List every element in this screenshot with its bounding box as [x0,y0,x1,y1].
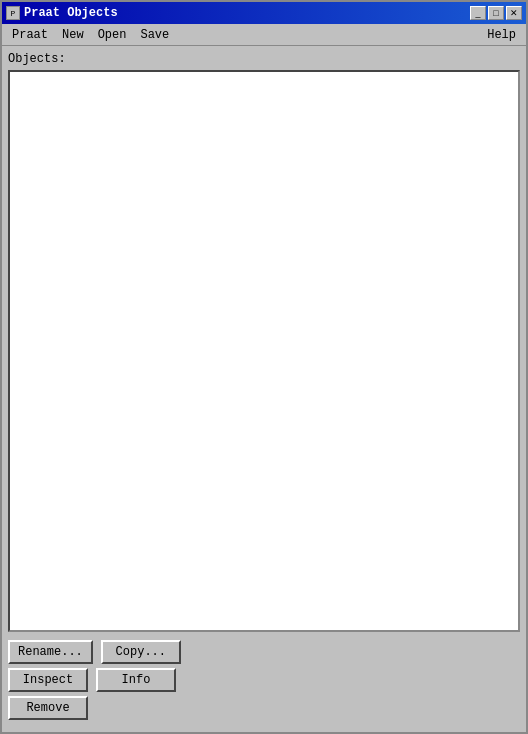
menu-praat[interactable]: Praat [6,26,54,44]
window-icon: P [6,6,20,20]
main-window: P Praat Objects _ □ ✕ Praat New Open Sav… [0,0,528,734]
info-button[interactable]: Info [96,668,176,692]
copy-button[interactable]: Copy... [101,640,181,664]
button-row-3: Remove [8,696,520,720]
maximize-button[interactable]: □ [488,6,504,20]
button-row-1: Rename... Copy... [8,640,520,664]
rename-button[interactable]: Rename... [8,640,93,664]
remove-button[interactable]: Remove [8,696,88,720]
minimize-button[interactable]: _ [470,6,486,20]
inspect-button[interactable]: Inspect [8,668,88,692]
menu-help[interactable]: Help [481,26,522,44]
menu-items: Praat New Open Save [6,26,175,44]
button-row-2: Inspect Info [8,668,520,692]
window-title: Praat Objects [24,6,118,20]
menu-new[interactable]: New [56,26,90,44]
menu-bar: Praat New Open Save Help [2,24,526,46]
objects-label: Objects: [8,52,520,66]
close-button[interactable]: ✕ [506,6,522,20]
menu-open[interactable]: Open [92,26,133,44]
title-bar: P Praat Objects _ □ ✕ [2,2,526,24]
title-bar-buttons: _ □ ✕ [470,6,522,20]
title-bar-left: P Praat Objects [6,6,118,20]
content-area: Objects: Rename... Copy... Inspect Info … [2,46,526,732]
menu-save[interactable]: Save [134,26,175,44]
objects-list[interactable] [8,70,520,632]
buttons-area: Rename... Copy... Inspect Info Remove [8,640,520,726]
